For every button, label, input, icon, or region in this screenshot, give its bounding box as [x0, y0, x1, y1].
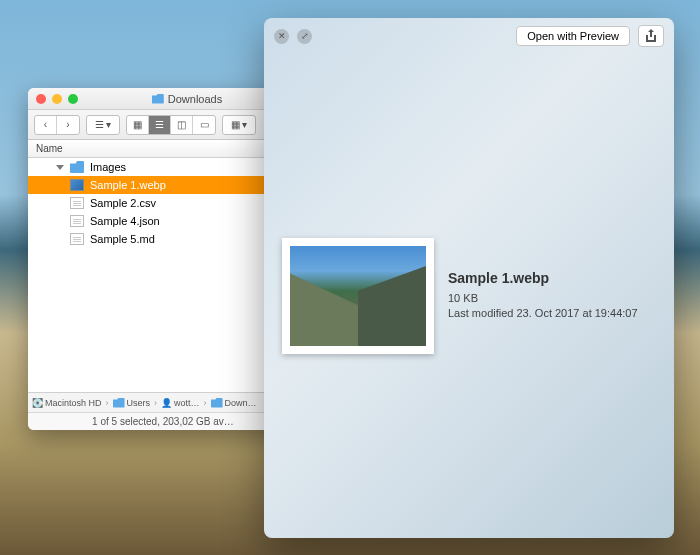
preview-size: 10 KB	[448, 292, 656, 304]
open-with-button[interactable]: Open with Preview	[516, 26, 630, 46]
window-title-text: Downloads	[168, 93, 222, 105]
action-group: ▦ ▾	[222, 115, 256, 135]
minimize-icon[interactable]	[52, 94, 62, 104]
column-header-name[interactable]: Name	[28, 140, 298, 158]
preview-thumbnail	[282, 238, 434, 354]
document-file-icon	[70, 233, 84, 245]
preview-image	[290, 246, 426, 346]
sort-group: ☰ ▾	[86, 115, 120, 135]
share-button[interactable]	[638, 25, 664, 47]
fullscreen-button[interactable]: ⤢	[297, 29, 312, 44]
path-segment[interactable]: 💽 Macintosh HD	[32, 398, 102, 408]
arrange-button[interactable]: ☰ ▾	[87, 116, 119, 134]
file-row[interactable]: Images	[28, 158, 298, 176]
chevron-right-icon: ›	[204, 398, 207, 408]
forward-button[interactable]: ›	[57, 116, 79, 134]
file-list[interactable]: Images Sample 1.webp Sample 2.csv Sample…	[28, 158, 298, 392]
path-segment[interactable]: 👤 wott…	[161, 398, 200, 408]
file-row[interactable]: Sample 2.csv	[28, 194, 298, 212]
preview-filename: Sample 1.webp	[448, 270, 656, 286]
status-text: 1 of 5 selected, 203,02 GB av…	[92, 416, 234, 427]
quicklook-toolbar: ✕ ⤢ Open with Preview	[264, 18, 674, 54]
finder-window: Downloads ‹ › ☰ ▾ ▦ ☰ ◫ ▭ ▦ ▾ Name Image…	[28, 88, 298, 430]
file-row[interactable]: Sample 1.webp	[28, 176, 298, 194]
folder-icon	[211, 398, 223, 408]
path-bar[interactable]: 💽 Macintosh HD › Users › 👤 wott… › Down…	[28, 392, 298, 412]
file-name: Sample 5.md	[90, 233, 155, 245]
file-row[interactable]: Sample 4.json	[28, 212, 298, 230]
path-label: Users	[127, 398, 151, 408]
folder-icon	[70, 161, 84, 173]
nav-group: ‹ ›	[34, 115, 80, 135]
folder-icon	[152, 94, 164, 104]
chevron-right-icon: ›	[106, 398, 109, 408]
quicklook-window: ✕ ⤢ Open with Preview Sample 1.webp 10 K…	[264, 18, 674, 538]
back-button[interactable]: ‹	[35, 116, 57, 134]
file-name: Sample 2.csv	[90, 197, 156, 209]
chevron-right-icon: ›	[154, 398, 157, 408]
file-name: Sample 1.webp	[90, 179, 166, 191]
file-name: Images	[90, 161, 126, 173]
folder-icon	[113, 398, 125, 408]
document-file-icon	[70, 197, 84, 209]
list-view-button[interactable]: ☰	[149, 116, 171, 134]
path-label: wott…	[174, 398, 200, 408]
close-icon[interactable]	[36, 94, 46, 104]
share-icon	[645, 29, 657, 43]
path-label: Down…	[225, 398, 257, 408]
window-title: Downloads	[84, 93, 290, 105]
view-group: ▦ ☰ ◫ ▭	[126, 115, 216, 135]
disclosure-triangle-icon[interactable]	[56, 165, 64, 170]
action-button[interactable]: ▦ ▾	[223, 116, 255, 134]
quicklook-body: Sample 1.webp 10 KB Last modified 23. Oc…	[264, 54, 674, 538]
file-name: Sample 4.json	[90, 215, 160, 227]
path-segment[interactable]: Down…	[211, 398, 257, 408]
image-file-icon	[70, 179, 84, 191]
column-view-button[interactable]: ◫	[171, 116, 193, 134]
path-label: Macintosh HD	[45, 398, 102, 408]
file-row[interactable]: Sample 5.md	[28, 230, 298, 248]
traffic-lights	[36, 94, 78, 104]
open-with-label: Open with Preview	[527, 30, 619, 42]
finder-toolbar: ‹ › ☰ ▾ ▦ ☰ ◫ ▭ ▦ ▾	[28, 110, 298, 140]
close-button[interactable]: ✕	[274, 29, 289, 44]
column-header-label: Name	[36, 143, 63, 154]
preview-metadata: Sample 1.webp 10 KB Last modified 23. Oc…	[448, 270, 656, 322]
preview-modified: Last modified 23. Oct 2017 at 19:44:07	[448, 307, 656, 319]
finder-titlebar[interactable]: Downloads	[28, 88, 298, 110]
path-segment[interactable]: Users	[113, 398, 151, 408]
zoom-icon[interactable]	[68, 94, 78, 104]
gallery-view-button[interactable]: ▭	[193, 116, 215, 134]
icon-view-button[interactable]: ▦	[127, 116, 149, 134]
status-bar: 1 of 5 selected, 203,02 GB av…	[28, 412, 298, 430]
document-file-icon	[70, 215, 84, 227]
